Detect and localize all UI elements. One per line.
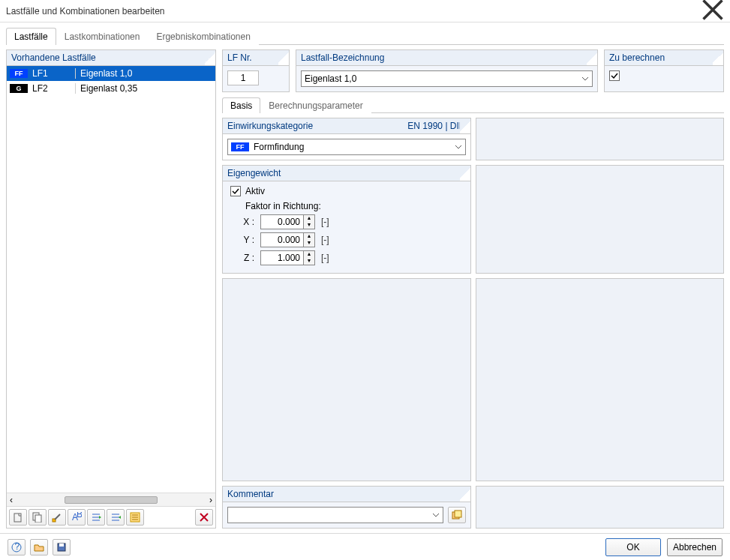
tbtn-listclose[interactable] xyxy=(107,509,125,526)
svg-rect-12 xyxy=(59,544,64,547)
spin-up[interactable]: ▲ xyxy=(304,251,314,258)
spin-down[interactable]: ▼ xyxy=(304,222,314,229)
svg-text:B: B xyxy=(77,512,82,520)
selfweight-panel: Eigengewicht Aktiv Faktor in Richtung: X… xyxy=(222,165,471,274)
check-icon xyxy=(611,72,618,79)
library-icon xyxy=(452,510,462,520)
scroll-left-icon[interactable]: ‹ xyxy=(10,495,13,505)
scroll-right-icon[interactable]: › xyxy=(209,495,212,505)
compute-panel: Zu berechnen xyxy=(604,49,724,92)
subtab-basis[interactable]: Basis xyxy=(222,97,260,113)
comment-input[interactable] xyxy=(227,507,443,523)
folder-open-icon xyxy=(34,542,44,553)
close-icon xyxy=(701,0,724,21)
chevron-down-icon xyxy=(455,142,462,153)
loadcase-code: LF2 xyxy=(32,83,48,94)
action-category-header: Einwirkungskategorie EN 1990 | DIN xyxy=(223,118,470,134)
action-category-badge: FF xyxy=(231,142,249,151)
factor-y-input[interactable] xyxy=(260,232,304,247)
delete-icon xyxy=(199,512,209,523)
loadcase-list[interactable]: FFLF1Eigenlast 1,0GLF2Eigenlast 0,35 xyxy=(7,66,215,493)
lf-nr-panel: LF Nr. xyxy=(222,49,290,92)
placeholder-panel-3 xyxy=(222,278,471,481)
existing-loadcases-panel: Vorhandene Lastfälle FFLF1Eigenlast 1,0G… xyxy=(6,49,216,529)
cancel-button[interactable]: Abbrechen xyxy=(667,538,722,556)
renumber-icon: AB xyxy=(71,512,82,523)
lf-name-value: Eigenlast 1,0 xyxy=(305,73,356,84)
save-button[interactable] xyxy=(53,539,71,556)
action-category-norm: EN 1990 | DIN xyxy=(407,121,465,131)
action-category-panel: Einwirkungskategorie EN 1990 | DIN FF Fo… xyxy=(222,118,471,160)
tab-lastkombinationen[interactable]: Lastkombinationen xyxy=(56,28,149,45)
open-folder-button[interactable] xyxy=(30,539,48,556)
edit-icon xyxy=(52,512,62,523)
svg-rect-2 xyxy=(35,515,41,523)
compute-checkbox[interactable] xyxy=(609,70,620,81)
list-close-icon xyxy=(110,512,121,523)
selfweight-aktiv-checkbox[interactable] xyxy=(230,186,241,196)
spin-up[interactable]: ▲ xyxy=(304,215,314,222)
spin-down[interactable]: ▼ xyxy=(304,258,314,265)
loadcase-row[interactable]: GLF2Eigenlast 0,35 xyxy=(7,81,215,96)
help-icon: ? xyxy=(11,542,22,553)
z-label: Z : xyxy=(241,253,254,263)
loadcase-badge: FF xyxy=(10,69,28,78)
factor-x-input[interactable] xyxy=(260,214,304,229)
main-tabstrip: Lastfälle Lastkombinationen Ergebniskomb… xyxy=(6,27,724,45)
chevron-down-icon xyxy=(432,511,440,521)
subtab-berechnungsparameter[interactable]: Berechnungsparameter xyxy=(260,97,371,113)
tbtn-listopen[interactable] xyxy=(87,509,105,526)
lf-name-select[interactable]: Eigenlast 1,0 xyxy=(301,70,593,87)
loadcase-name: Eigenlast 1,0 xyxy=(76,68,215,79)
window-title: Lastfälle und Kombinationen bearbeiten xyxy=(6,6,165,16)
tbtn-renumber[interactable]: AB xyxy=(68,509,86,526)
lf-nr-label: LF Nr. xyxy=(223,50,289,66)
existing-loadcases-header: Vorhandene Lastfälle xyxy=(7,50,215,66)
sub-tabstrip: Basis Berechnungsparameter xyxy=(222,97,724,113)
tab-lastfaelle[interactable]: Lastfälle xyxy=(6,28,56,45)
action-category-label: Einwirkungskategorie xyxy=(227,121,313,131)
save-icon xyxy=(56,542,67,553)
compute-label: Zu berechnen xyxy=(605,50,723,66)
action-category-value: Formfindung xyxy=(254,142,304,152)
placeholder-panel-2 xyxy=(476,165,725,274)
selfweight-header: Eigengewicht xyxy=(223,166,470,181)
selfweight-aktiv-label: Aktiv xyxy=(245,186,265,196)
factor-z-input[interactable] xyxy=(260,250,304,265)
dialog-footer: ? OK Abbrechen xyxy=(0,533,730,560)
select-all-icon xyxy=(130,512,140,523)
lf-nr-input[interactable] xyxy=(227,70,259,85)
placeholder-panel-4 xyxy=(476,278,725,481)
scroll-thumb[interactable] xyxy=(65,496,158,504)
faktor-label: Faktor in Richtung: xyxy=(245,201,463,211)
lf-name-panel: Lastfall-Bezeichnung Eigenlast 1,0 xyxy=(296,49,598,92)
tbtn-copy[interactable] xyxy=(29,509,47,526)
ok-button[interactable]: OK xyxy=(605,538,661,556)
new-icon xyxy=(13,512,23,523)
comment-header: Kommentar xyxy=(223,487,470,502)
action-category-select[interactable]: FF Formfindung xyxy=(227,139,466,155)
comment-library-button[interactable] xyxy=(448,507,466,523)
tbtn-selectall[interactable] xyxy=(126,509,144,526)
tbtn-delete[interactable] xyxy=(195,509,213,526)
loadcase-name: Eigenlast 0,35 xyxy=(76,83,215,94)
tab-ergebniskombinationen[interactable]: Ergebniskombinationen xyxy=(148,28,258,45)
lf-name-label: Lastfall-Bezeichnung xyxy=(296,50,597,66)
loadcase-code: LF1 xyxy=(32,68,48,79)
svg-text:?: ? xyxy=(15,542,20,552)
help-button[interactable]: ? xyxy=(8,539,26,556)
spin-down[interactable]: ▼ xyxy=(304,240,314,247)
loadcase-toolbar: AB xyxy=(7,506,215,528)
tbtn-edit[interactable] xyxy=(48,509,66,526)
loadcase-row[interactable]: FFLF1Eigenlast 1,0 xyxy=(7,66,215,81)
tbtn-new[interactable] xyxy=(9,509,27,526)
chevron-down-icon xyxy=(581,74,589,85)
check-icon xyxy=(232,187,239,195)
comment-panel: Kommentar xyxy=(222,486,471,529)
placeholder-panel-5 xyxy=(476,486,725,529)
spin-up[interactable]: ▲ xyxy=(304,233,314,240)
x-label: X : xyxy=(241,217,254,227)
copy-icon xyxy=(32,512,43,523)
close-button[interactable] xyxy=(701,0,724,23)
loadcase-hscroll[interactable]: ‹ › xyxy=(7,493,215,506)
